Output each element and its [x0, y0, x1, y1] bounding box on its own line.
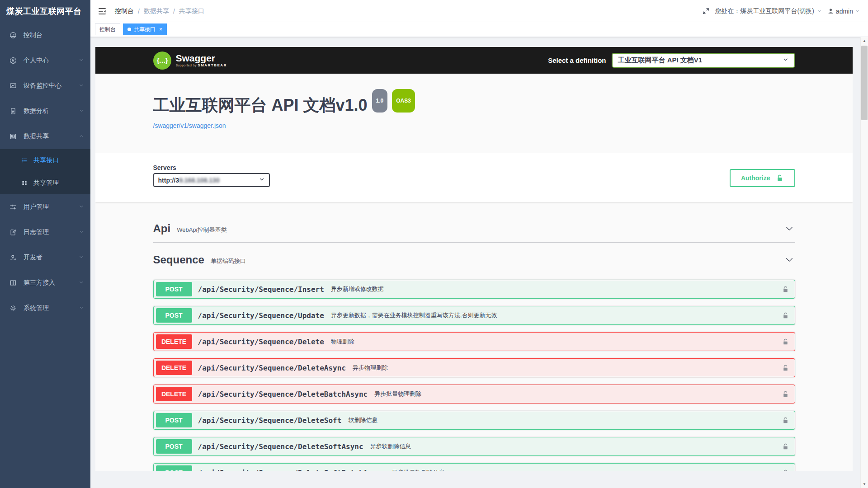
endpoint-summary: 异步物理删除 — [353, 364, 388, 372]
sidebar-item-label: 用户管理 — [24, 203, 79, 211]
user-name: admin — [836, 8, 853, 15]
server-select[interactable]: http://39.168.108.130 — [153, 173, 270, 187]
swagger-topbar: {…} Swagger Supported by SMARTBEAR Selec… — [95, 47, 853, 74]
sidebar-item-system-management[interactable]: 系统管理 — [0, 296, 90, 321]
breadcrumb-item[interactable]: 数据共享 — [144, 7, 169, 15]
sidebar-item-data-sharing[interactable]: 数据共享 — [0, 124, 90, 149]
dashboard-icon — [9, 31, 17, 39]
lock-open-icon[interactable] — [782, 417, 789, 424]
top-header: 控制台 数据共享 共享接口 您处在：煤炭工业互联网平台(切换) admin — [90, 0, 868, 22]
sidebar-item-developer[interactable]: 开发者 — [0, 245, 90, 270]
chevron-down-icon — [79, 305, 84, 312]
chevron-down-icon — [259, 176, 265, 184]
endpoint-path[interactable]: /api/Security/Sequence/DeleteSoftAsync — [198, 442, 363, 451]
user-circle-icon — [9, 56, 17, 65]
sidebar-item-personal-center[interactable]: 个人中心 — [0, 48, 90, 73]
api-info-section: 工业互联网平台 API 文档v1.01.0OAS3 /swagger/v1/sw… — [95, 74, 853, 153]
user-menu[interactable]: admin — [827, 8, 860, 15]
close-icon[interactable]: × — [159, 27, 162, 32]
sidebar-item-console[interactable]: 控制台 — [0, 23, 90, 48]
lock-open-icon[interactable] — [782, 469, 789, 472]
endpoint-row[interactable]: POST /api/Security/Sequence/Insert 异步新增或… — [153, 280, 795, 299]
endpoint-row[interactable]: DELETE /api/Security/Sequence/Delete 物理删… — [153, 332, 795, 351]
fullscreen-icon[interactable] — [702, 7, 710, 15]
chevron-down-icon — [79, 82, 84, 89]
sidebar-item-log-management[interactable]: 日志管理 — [0, 220, 90, 245]
operations-list: POST /api/Security/Sequence/Insert 异步新增或… — [153, 280, 795, 471]
endpoint-path[interactable]: /api/Security/Sequence/Insert — [198, 285, 324, 294]
monitor-chart-icon — [9, 82, 17, 90]
definition-select[interactable]: 工业互联网平台 API 文档V1 — [612, 53, 795, 68]
endpoint-path[interactable]: /api/Security/Sequence/Delete — [198, 338, 324, 346]
lock-open-icon[interactable] — [782, 338, 789, 346]
book-icon — [9, 279, 17, 287]
endpoint-path[interactable]: /api/Security/Sequence/Update — [198, 311, 324, 320]
sidebar-subitem-sharing-management[interactable]: 共享管理 — [0, 172, 90, 194]
http-method-badge: POST — [156, 465, 192, 471]
breadcrumb-item[interactable]: 共享接口 — [179, 7, 204, 15]
chevron-down-icon — [79, 254, 84, 261]
lock-open-icon[interactable] — [782, 443, 789, 450]
section-api-header[interactable]: Api WebApi控制器基类 — [153, 215, 795, 243]
tab-shared-api[interactable]: 共享接口 × — [123, 23, 167, 35]
lock-open-icon[interactable] — [782, 286, 789, 293]
sidebar-item-third-party[interactable]: 第三方接入 — [0, 270, 90, 296]
lock-open-icon[interactable] — [782, 390, 789, 398]
endpoint-summary: 异步更新数据，需要在业务模块控制器重写该方法,否则更新无效 — [331, 311, 497, 319]
http-method-badge: DELETE — [156, 334, 192, 349]
http-method-badge: DELETE — [156, 361, 192, 375]
breadcrumb: 控制台 数据共享 共享接口 — [115, 7, 204, 15]
scroll-down-arrow-icon[interactable]: ▼ — [861, 480, 868, 488]
tab-console[interactable]: 控制台 — [95, 23, 120, 35]
lock-open-icon[interactable] — [782, 364, 789, 372]
edit-doc-icon — [9, 228, 17, 236]
endpoint-row[interactable]: POST /api/Security/Sequence/DeleteSoftAs… — [153, 437, 795, 456]
sidebar-subitem-label: 共享接口 — [33, 156, 90, 164]
server-url-prefix: http://3 — [158, 177, 179, 184]
endpoint-path[interactable]: /api/Security/Sequence/DeleteBatchAsync — [198, 390, 368, 399]
sidebar-menu: 控制台 个人中心 设备监控中心 数据分析 数据共享 — [0, 23, 90, 488]
breadcrumb-separator — [173, 8, 175, 15]
tenant-switcher[interactable]: 您处在：煤炭工业互联网平台(切换) — [715, 7, 822, 15]
sidebar-item-data-analysis[interactable]: 数据分析 — [0, 99, 90, 124]
chevron-down-icon[interactable] — [784, 224, 794, 234]
sidebar-item-label: 设备监控中心 — [24, 82, 79, 90]
endpoint-row[interactable]: POST /api/Security/Sequence/DeleteSoftBa… — [153, 463, 795, 471]
authorize-button[interactable]: Authorize — [730, 169, 795, 187]
endpoint-path[interactable]: /api/Security/Sequence/DeleteSoft — [198, 416, 342, 425]
http-method-badge: POST — [156, 439, 192, 454]
chevron-down-icon — [79, 57, 84, 64]
endpoint-path[interactable]: /api/Security/Sequence/DeleteSoftBatchAs… — [198, 469, 385, 472]
endpoint-row[interactable]: DELETE /api/Security/Sequence/DeleteBatc… — [153, 385, 795, 404]
content-area: {…} Swagger Supported by SMARTBEAR Selec… — [90, 37, 868, 488]
sidebar-toggle-icon[interactable] — [98, 7, 107, 16]
endpoint-summary: 异步批量软删除信息 — [392, 469, 445, 471]
scroll-up-arrow-icon[interactable]: ▲ — [861, 37, 868, 45]
chevron-down-icon — [79, 279, 84, 286]
sidebar-item-label: 数据共享 — [24, 132, 79, 141]
authorize-label: Authorize — [741, 174, 770, 182]
topbar-right: 您处在：煤炭工业互联网平台(切换) admin — [702, 7, 860, 15]
breadcrumb-separator — [138, 8, 140, 15]
spec-json-link[interactable]: /swagger/v1/swagger.json — [153, 122, 226, 129]
sidebar-item-device-monitor[interactable]: 设备监控中心 — [0, 73, 90, 99]
api-title: 工业互联网平台 API 文档v1.01.0OAS3 — [153, 89, 795, 116]
section-name: Sequence — [153, 253, 204, 266]
section-sequence-header[interactable]: Sequence 单据编码接口 — [153, 243, 795, 274]
section-name: Api — [153, 222, 171, 235]
vertical-scrollbar[interactable]: ▲ ▼ — [860, 37, 868, 488]
breadcrumb-item[interactable]: 控制台 — [115, 7, 134, 15]
developer-icon — [9, 253, 17, 262]
sidebar-subitem-shared-api[interactable]: 共享接口 — [0, 149, 90, 172]
chevron-down-icon[interactable] — [784, 255, 794, 265]
endpoint-row[interactable]: POST /api/Security/Sequence/DeleteSoft 软… — [153, 411, 795, 430]
endpoint-path[interactable]: /api/Security/Sequence/DeleteAsync — [198, 364, 346, 372]
lock-open-icon[interactable] — [782, 312, 789, 319]
chevron-down-icon — [79, 108, 84, 115]
endpoint-row[interactable]: DELETE /api/Security/Sequence/DeleteAsyn… — [153, 358, 795, 377]
scrollbar-thumb[interactable] — [861, 46, 868, 120]
endpoint-row[interactable]: POST /api/Security/Sequence/Update 异步更新数… — [153, 306, 795, 325]
sidebar-item-label: 个人中心 — [24, 56, 79, 65]
sidebar-item-user-management[interactable]: 用户管理 — [0, 194, 90, 220]
chevron-down-icon — [79, 229, 84, 236]
